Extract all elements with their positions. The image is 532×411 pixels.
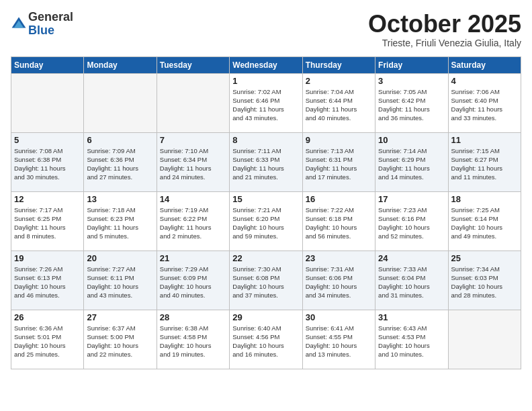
day-number: 27 bbox=[87, 312, 153, 322]
day-number: 17 bbox=[378, 194, 445, 204]
day-info: Sunrise: 7:14 AM Sunset: 6:29 PM Dayligh… bbox=[378, 146, 445, 182]
calendar-cell: 18Sunrise: 7:25 AM Sunset: 6:14 PM Dayli… bbox=[448, 191, 521, 250]
weekday-header-thursday: Thursday bbox=[302, 56, 375, 73]
calendar-cell: 2Sunrise: 7:04 AM Sunset: 6:44 PM Daylig… bbox=[302, 73, 375, 132]
day-info: Sunrise: 7:26 AM Sunset: 6:13 PM Dayligh… bbox=[14, 265, 81, 300]
day-info: Sunrise: 7:22 AM Sunset: 6:18 PM Dayligh… bbox=[306, 205, 372, 241]
calendar-cell: 13Sunrise: 7:18 AM Sunset: 6:23 PM Dayli… bbox=[84, 191, 157, 250]
calendar-cell: 20Sunrise: 7:27 AM Sunset: 6:11 PM Dayli… bbox=[84, 250, 157, 310]
calendar-cell: 23Sunrise: 7:31 AM Sunset: 6:06 PM Dayli… bbox=[302, 250, 375, 310]
calendar-cell: 24Sunrise: 7:33 AM Sunset: 6:04 PM Dayli… bbox=[375, 250, 448, 310]
day-number: 7 bbox=[160, 135, 226, 145]
day-info: Sunrise: 6:38 AM Sunset: 4:58 PM Dayligh… bbox=[160, 324, 226, 359]
calendar-cell: 31Sunrise: 6:43 AM Sunset: 4:53 PM Dayli… bbox=[375, 310, 448, 369]
day-info: Sunrise: 7:02 AM Sunset: 6:46 PM Dayligh… bbox=[232, 87, 299, 123]
logo-blue: Blue bbox=[28, 24, 73, 38]
day-number: 13 bbox=[87, 194, 153, 204]
weekday-header-monday: Monday bbox=[84, 56, 157, 73]
day-number: 15 bbox=[232, 194, 299, 204]
day-info: Sunrise: 7:34 AM Sunset: 6:03 PM Dayligh… bbox=[451, 265, 518, 300]
day-info: Sunrise: 7:30 AM Sunset: 6:08 PM Dayligh… bbox=[232, 265, 299, 300]
calendar-cell: 9Sunrise: 7:13 AM Sunset: 6:31 PM Daylig… bbox=[302, 132, 375, 191]
day-info: Sunrise: 6:41 AM Sunset: 4:55 PM Dayligh… bbox=[306, 324, 372, 359]
calendar-cell: 16Sunrise: 7:22 AM Sunset: 6:18 PM Dayli… bbox=[302, 191, 375, 250]
page-header: General Blue October 2025 Trieste, Friul… bbox=[11, 11, 521, 48]
day-info: Sunrise: 7:17 AM Sunset: 6:25 PM Dayligh… bbox=[14, 205, 81, 241]
day-number: 31 bbox=[378, 312, 445, 322]
day-number: 11 bbox=[451, 135, 518, 145]
calendar-cell bbox=[448, 310, 521, 369]
day-info: Sunrise: 7:23 AM Sunset: 6:16 PM Dayligh… bbox=[378, 205, 445, 241]
weekday-header-sunday: Sunday bbox=[11, 56, 84, 73]
calendar-cell: 14Sunrise: 7:19 AM Sunset: 6:22 PM Dayli… bbox=[157, 191, 229, 250]
calendar-cell: 10Sunrise: 7:14 AM Sunset: 6:29 PM Dayli… bbox=[375, 132, 448, 191]
calendar-table: SundayMondayTuesdayWednesdayThursdayFrid… bbox=[11, 56, 521, 369]
day-info: Sunrise: 7:10 AM Sunset: 6:34 PM Dayligh… bbox=[160, 146, 226, 182]
weekday-header-wednesday: Wednesday bbox=[230, 56, 302, 73]
calendar-week-row: 19Sunrise: 7:26 AM Sunset: 6:13 PM Dayli… bbox=[11, 250, 521, 310]
day-info: Sunrise: 7:08 AM Sunset: 6:38 PM Dayligh… bbox=[14, 146, 81, 182]
calendar-cell: 22Sunrise: 7:30 AM Sunset: 6:08 PM Dayli… bbox=[230, 250, 302, 310]
calendar-cell: 3Sunrise: 7:05 AM Sunset: 6:42 PM Daylig… bbox=[375, 73, 448, 132]
day-number: 8 bbox=[232, 135, 299, 145]
calendar-cell: 12Sunrise: 7:17 AM Sunset: 6:25 PM Dayli… bbox=[11, 191, 84, 250]
day-number: 2 bbox=[306, 76, 372, 86]
day-info: Sunrise: 7:25 AM Sunset: 6:14 PM Dayligh… bbox=[451, 205, 518, 241]
calendar-cell: 8Sunrise: 7:11 AM Sunset: 6:33 PM Daylig… bbox=[230, 132, 302, 191]
day-number: 28 bbox=[160, 312, 226, 322]
calendar-cell: 6Sunrise: 7:09 AM Sunset: 6:36 PM Daylig… bbox=[84, 132, 157, 191]
day-info: Sunrise: 6:43 AM Sunset: 4:53 PM Dayligh… bbox=[378, 324, 445, 359]
day-number: 14 bbox=[160, 194, 226, 204]
day-number: 29 bbox=[232, 312, 299, 322]
calendar-cell bbox=[84, 73, 157, 132]
day-info: Sunrise: 7:05 AM Sunset: 6:42 PM Dayligh… bbox=[378, 87, 445, 123]
day-info: Sunrise: 7:27 AM Sunset: 6:11 PM Dayligh… bbox=[87, 265, 153, 300]
day-info: Sunrise: 6:36 AM Sunset: 5:01 PM Dayligh… bbox=[14, 324, 81, 359]
day-info: Sunrise: 6:37 AM Sunset: 5:00 PM Dayligh… bbox=[87, 324, 153, 359]
day-number: 9 bbox=[306, 135, 372, 145]
title-section: October 2025 Trieste, Friuli Venezia Giu… bbox=[368, 11, 521, 48]
day-number: 21 bbox=[160, 253, 226, 263]
day-info: Sunrise: 7:13 AM Sunset: 6:31 PM Dayligh… bbox=[306, 146, 372, 182]
day-number: 6 bbox=[87, 135, 153, 145]
calendar-cell: 17Sunrise: 7:23 AM Sunset: 6:16 PM Dayli… bbox=[375, 191, 448, 250]
day-number: 26 bbox=[14, 312, 81, 322]
weekday-header-tuesday: Tuesday bbox=[157, 56, 229, 73]
calendar-cell: 26Sunrise: 6:36 AM Sunset: 5:01 PM Dayli… bbox=[11, 310, 84, 369]
day-number: 3 bbox=[378, 76, 445, 86]
location-subtitle: Trieste, Friuli Venezia Giulia, Italy bbox=[368, 38, 521, 48]
calendar-week-row: 12Sunrise: 7:17 AM Sunset: 6:25 PM Dayli… bbox=[11, 191, 521, 250]
day-number: 22 bbox=[232, 253, 299, 263]
day-info: Sunrise: 7:09 AM Sunset: 6:36 PM Dayligh… bbox=[87, 146, 153, 182]
logo-icon bbox=[11, 16, 27, 32]
day-info: Sunrise: 7:04 AM Sunset: 6:44 PM Dayligh… bbox=[306, 87, 372, 123]
calendar-cell: 1Sunrise: 7:02 AM Sunset: 6:46 PM Daylig… bbox=[230, 73, 302, 132]
day-number: 16 bbox=[306, 194, 372, 204]
logo: General Blue bbox=[11, 11, 73, 38]
calendar-week-row: 5Sunrise: 7:08 AM Sunset: 6:38 PM Daylig… bbox=[11, 132, 521, 191]
calendar-cell: 11Sunrise: 7:15 AM Sunset: 6:27 PM Dayli… bbox=[448, 132, 521, 191]
day-number: 24 bbox=[378, 253, 445, 263]
day-number: 23 bbox=[306, 253, 372, 263]
day-info: Sunrise: 7:33 AM Sunset: 6:04 PM Dayligh… bbox=[378, 265, 445, 300]
calendar-cell: 30Sunrise: 6:41 AM Sunset: 4:55 PM Dayli… bbox=[302, 310, 375, 369]
calendar-cell bbox=[157, 73, 229, 132]
logo-general: General bbox=[28, 11, 73, 24]
day-number: 19 bbox=[14, 253, 81, 263]
day-number: 1 bbox=[232, 76, 299, 86]
day-number: 30 bbox=[306, 312, 372, 322]
calendar-cell: 19Sunrise: 7:26 AM Sunset: 6:13 PM Dayli… bbox=[11, 250, 84, 310]
day-info: Sunrise: 7:29 AM Sunset: 6:09 PM Dayligh… bbox=[160, 265, 226, 300]
calendar-cell: 5Sunrise: 7:08 AM Sunset: 6:38 PM Daylig… bbox=[11, 132, 84, 191]
calendar-cell: 21Sunrise: 7:29 AM Sunset: 6:09 PM Dayli… bbox=[157, 250, 229, 310]
day-info: Sunrise: 7:15 AM Sunset: 6:27 PM Dayligh… bbox=[451, 146, 518, 182]
calendar-cell: 28Sunrise: 6:38 AM Sunset: 4:58 PM Dayli… bbox=[157, 310, 229, 369]
calendar-cell: 4Sunrise: 7:06 AM Sunset: 6:40 PM Daylig… bbox=[448, 73, 521, 132]
day-info: Sunrise: 6:40 AM Sunset: 4:56 PM Dayligh… bbox=[232, 324, 299, 359]
day-number: 20 bbox=[87, 253, 153, 263]
weekday-header-row: SundayMondayTuesdayWednesdayThursdayFrid… bbox=[11, 56, 521, 73]
logo-text: General Blue bbox=[28, 11, 73, 38]
day-number: 4 bbox=[451, 76, 518, 86]
day-number: 25 bbox=[451, 253, 518, 263]
day-info: Sunrise: 7:06 AM Sunset: 6:40 PM Dayligh… bbox=[451, 87, 518, 123]
